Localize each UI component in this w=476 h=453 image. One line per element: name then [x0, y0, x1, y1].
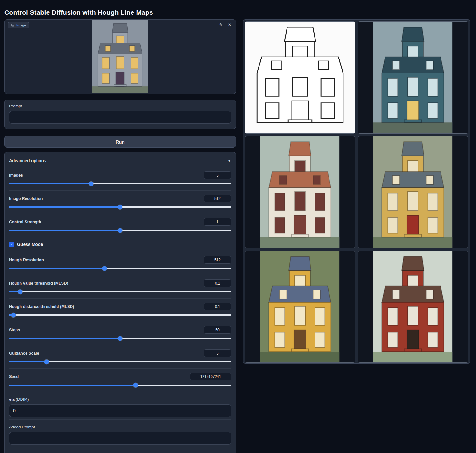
prompt-block: Prompt	[4, 100, 236, 129]
slider-handle[interactable]	[133, 383, 138, 388]
house-illustration	[92, 20, 148, 93]
slider-label: Images	[9, 173, 23, 177]
output-gallery	[243, 19, 470, 364]
gallery-item-result-1[interactable]	[358, 21, 468, 134]
slider-fill	[9, 206, 120, 208]
clear-image-button[interactable]: ✕	[226, 21, 233, 28]
gallery-image	[373, 136, 452, 248]
slider-value-input[interactable]	[204, 326, 231, 334]
slider-track[interactable]	[9, 183, 231, 184]
slider-label: Hough distance threshold (MLSD)	[9, 304, 74, 309]
slider-fill	[9, 338, 120, 339]
slider-image-resolution: Image Resolution	[9, 190, 231, 214]
slider-value-input[interactable]	[204, 218, 231, 226]
gallery-image	[373, 22, 452, 133]
advanced-options-header[interactable]: Advanced options ▼	[9, 155, 231, 167]
slider-label: Hough Resolution	[9, 257, 44, 262]
prompt-label: Prompt	[9, 104, 231, 108]
slider-handle[interactable]	[89, 182, 94, 186]
slider-value-input[interactable]	[204, 256, 231, 264]
slider-value-input[interactable]	[204, 195, 231, 202]
guess-mode-checkbox-row[interactable]: ✓ Guess Mode	[9, 237, 231, 252]
slider-handle[interactable]	[118, 336, 123, 341]
guess-mode-label: Guess Mode	[17, 242, 43, 247]
chevron-down-icon: ▼	[227, 158, 231, 163]
slider-control-strength: Control Strength	[9, 214, 231, 237]
gallery-item-result-2[interactable]	[245, 136, 355, 248]
slider-track[interactable]	[9, 361, 231, 362]
slider-label: Steps	[9, 328, 20, 332]
slider-track[interactable]	[9, 291, 231, 292]
slider-value-input[interactable]	[204, 349, 231, 357]
slider-track[interactable]	[9, 385, 231, 386]
gallery-grid	[245, 21, 468, 361]
image-input-badge: Image	[8, 22, 29, 28]
slider-track[interactable]	[9, 268, 231, 269]
slider-handle[interactable]	[118, 228, 123, 233]
slider-handle[interactable]	[44, 360, 49, 364]
slider-track[interactable]	[9, 230, 231, 231]
slider-value-input[interactable]	[190, 373, 231, 380]
slider-hough-distance-threshold: Hough distance threshold (MLSD)	[9, 298, 231, 322]
slider-hough-value-threshold: Hough value threshold (MLSD)	[9, 275, 231, 298]
slider-track[interactable]	[9, 338, 231, 339]
prompt-input[interactable]	[9, 111, 231, 124]
house-illustration	[373, 136, 452, 248]
gallery-image	[260, 251, 339, 362]
eta-input[interactable]	[9, 404, 231, 417]
gallery-image	[245, 22, 355, 133]
slider-fill	[9, 230, 120, 231]
added-prompt-field: Added Prompt	[9, 419, 231, 447]
slider-value-input[interactable]	[204, 171, 231, 179]
added-prompt-label: Added Prompt	[9, 425, 231, 429]
image-toolbar: ✎ ✕	[217, 21, 233, 28]
house-illustration	[373, 22, 452, 133]
eta-label: eta (DDIM)	[9, 397, 231, 402]
slider-track[interactable]	[9, 314, 231, 316]
gallery-item-hough-map[interactable]	[245, 21, 355, 134]
negative-prompt-field: Negative Prompt	[9, 447, 231, 453]
advanced-options-title: Advanced options	[9, 158, 46, 163]
slider-fill	[9, 361, 47, 362]
image-input-label: Image	[16, 23, 26, 27]
slider-track[interactable]	[9, 206, 231, 208]
slider-fill	[9, 268, 105, 269]
slider-label: Image Resolution	[9, 196, 43, 201]
slider-fill	[9, 183, 91, 184]
advanced-options-panel: Advanced options ▼ Images Image Resoluti…	[4, 152, 236, 453]
house-illustration	[260, 251, 339, 362]
house-illustration	[373, 251, 452, 362]
slider-label: Control Strength	[9, 219, 41, 224]
page-title: Control Stable Diffusion with Hough Line…	[4, 9, 153, 16]
checkbox-checked-icon[interactable]: ✓	[9, 242, 14, 247]
slider-value-input[interactable]	[204, 303, 231, 310]
gallery-image	[260, 136, 339, 248]
edit-image-button[interactable]: ✎	[217, 21, 224, 28]
left-column: Image ✎ ✕ Prompt Run Advanced optio	[4, 19, 236, 453]
slider-images: Images	[9, 167, 231, 190]
image-dropzone[interactable]: Image ✎ ✕	[4, 19, 236, 94]
slider-handle[interactable]	[102, 266, 107, 271]
run-button[interactable]: Run	[4, 136, 236, 148]
slider-handle[interactable]	[18, 290, 22, 294]
house-illustration	[260, 136, 339, 248]
gallery-item-result-4[interactable]	[245, 251, 355, 363]
gallery-image	[373, 251, 452, 362]
uploaded-image-thumbnail	[92, 20, 148, 93]
house-illustration	[245, 22, 355, 133]
slider-label: Seed	[9, 374, 19, 379]
slider-handle[interactable]	[11, 313, 16, 318]
slider-guidance-scale: Guidance Scale	[9, 345, 231, 368]
added-prompt-input[interactable]	[9, 432, 231, 445]
slider-seed: Seed	[9, 368, 231, 392]
slider-label: Guidance Scale	[9, 351, 39, 356]
image-icon	[11, 23, 15, 27]
slider-hough-resolution: Hough Resolution	[9, 252, 231, 275]
gallery-item-result-3[interactable]	[358, 136, 468, 248]
eta-field: eta (DDIM)	[9, 392, 231, 419]
slider-value-input[interactable]	[204, 279, 231, 287]
gallery-item-result-5[interactable]	[358, 251, 468, 363]
slider-steps: Steps	[9, 322, 231, 345]
slider-fill	[9, 385, 136, 386]
slider-handle[interactable]	[118, 205, 123, 210]
